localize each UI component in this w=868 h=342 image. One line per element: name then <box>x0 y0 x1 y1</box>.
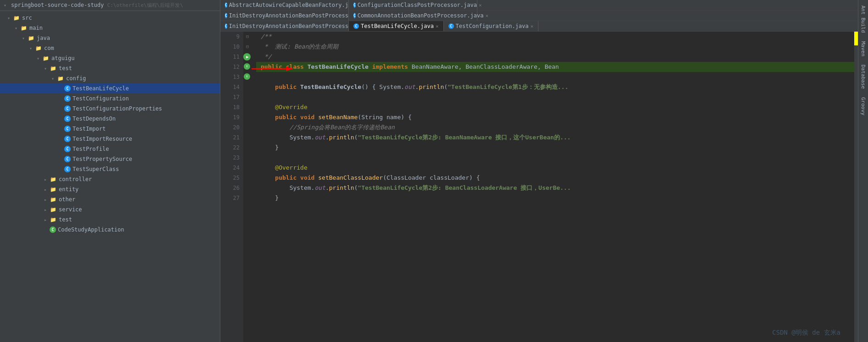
tree-item-testpropertysource[interactable]: C TestPropertySource <box>0 154 220 164</box>
tree-item-testimportresource[interactable]: C TestImportResource <box>0 134 220 144</box>
tab-commonannotation-close[interactable]: × <box>485 13 488 19</box>
tab-configpostprocessor-icon: C <box>353 2 356 8</box>
str-26: "TestBeanLifeCycle第2步: BeanClassLoaderAw… <box>358 183 571 193</box>
tree-item-atguigu[interactable]: 📁 atguigu <box>0 53 220 63</box>
testconfigurationproperties-label: TestConfigurationProperties <box>73 105 162 112</box>
project-arrow[interactable] <box>4 3 8 8</box>
code-line-17 <box>256 92 854 102</box>
scroll-thumb <box>854 32 858 45</box>
tree-item-service[interactable]: 📁 service <box>0 204 220 215</box>
tree-item-com[interactable]: 📁 com <box>0 43 220 53</box>
code-line-18: @Override <box>256 102 854 112</box>
main-folder-icon: 📁 <box>20 24 28 32</box>
tab-abstractautowire-icon: C <box>225 2 227 8</box>
tab-initdestroyclass[interactable]: C InitDestroyAnnotationBeanPostProcessor… <box>220 21 349 31</box>
setbeanname-method: setBeanName <box>318 112 358 122</box>
tree-item-testimport[interactable]: C TestImport <box>0 124 220 134</box>
fold-9[interactable]: ⊟ <box>243 32 252 42</box>
testconfiguration-icon: C <box>64 95 71 102</box>
testdependson-label: TestDependsOn <box>73 116 116 122</box>
tree-item-src[interactable]: 📁 src <box>0 13 220 23</box>
service-folder-icon: 📁 <box>50 206 57 213</box>
test2-folder-icon: 📁 <box>50 216 57 223</box>
tab-initdestroy[interactable]: C InitDestroyAnnotationBeanPostProcessor… <box>220 11 349 21</box>
testbeanlifecycle-icon: C <box>64 85 71 92</box>
tab-commonannotation[interactable]: C CommonAnnotationBeanPostProcessor.java… <box>349 11 477 21</box>
database-tab[interactable]: Database <box>859 61 867 93</box>
controller-folder-icon: 📁 <box>50 176 57 183</box>
tree-item-java[interactable]: 📁 java <box>0 33 220 43</box>
right-panel: Ant Build Maven Database Groovy <box>858 0 868 342</box>
testpropertysource-label: TestPropertySource <box>73 156 132 162</box>
tree-item-testprofile[interactable]: C TestProfile <box>0 144 220 154</box>
project-header: springboot-source-code-study C:\otherfil… <box>0 0 220 11</box>
service-arrow <box>44 207 49 212</box>
watermark: CSDN @明侯 de 玄米a <box>772 327 840 337</box>
scroll-indicator[interactable] <box>854 32 858 342</box>
tree-item-testconfigurationproperties[interactable]: C TestConfigurationProperties <box>0 104 220 114</box>
project-title: springboot-source-code-study C:\otherfil… <box>11 2 183 9</box>
tab-testconfiguration-close[interactable]: × <box>531 23 534 29</box>
tree-item-testdependson[interactable]: C TestDependsOn <box>0 114 220 124</box>
code-line-24: @Override <box>256 163 854 173</box>
ant-build-tab[interactable]: Ant Build <box>859 2 867 37</box>
tab-row-2: C InitDestroyAnnotationBeanPostProcessor… <box>220 11 858 21</box>
tree-item-test2[interactable]: 📁 test <box>0 215 220 225</box>
testbeanlifecycle-label: TestBeanLifeCycle <box>73 85 129 92</box>
tree-item-test-folder[interactable]: 📁 test <box>0 63 220 73</box>
tab-configpostprocessor-close[interactable]: × <box>479 2 482 8</box>
override-ann-24: @Override <box>275 163 307 173</box>
src-label: src <box>22 15 32 21</box>
atguigu-label: atguigu <box>51 55 75 61</box>
run-icon-12[interactable]: ▶ <box>243 53 251 61</box>
testsuperclass-label: TestSuperClass <box>73 166 119 172</box>
code-line-19: public void setBeanName ( String name) { <box>256 112 854 122</box>
tab-testbeanlifecycle-close[interactable]: × <box>436 23 439 29</box>
tree-item-testconfiguration[interactable]: C TestConfiguration <box>0 94 220 104</box>
println-method: println <box>419 82 444 92</box>
code-line-23 <box>256 153 854 163</box>
java-label: java <box>37 35 50 41</box>
tab-initdestroyclass-icon: C <box>225 23 227 29</box>
fold-11[interactable]: ⊟ <box>243 42 252 52</box>
code-line-26: System. out . println ( "TestBeanLifeCyc… <box>256 183 854 193</box>
tree-item-config[interactable]: 📁 config <box>0 73 220 83</box>
test2-arrow <box>44 217 49 222</box>
kw-void25: void <box>300 173 314 183</box>
code-line-9: /** <box>256 32 854 42</box>
tree-item-other[interactable]: 📁 other <box>0 194 220 204</box>
str-21: "TestBeanLifeCycle第2步: BeanNameAware 接口，… <box>358 132 571 143</box>
maven-tab[interactable]: Maven <box>859 38 867 60</box>
tab-testconfiguration[interactable]: C TestConfiguration.java × <box>444 21 539 31</box>
tree-item-controller[interactable]: 📁 controller <box>0 174 220 184</box>
testimport-icon: C <box>64 126 71 132</box>
controller-label: controller <box>59 176 92 182</box>
override-icon-19: ↑ <box>244 63 250 70</box>
interface2: BeanClassLoaderAware, <box>465 62 541 72</box>
tree-item-entity[interactable]: 📁 entity <box>0 184 220 194</box>
tab-testbeanlifecycle[interactable]: C TestBeanLifeCycle.java × <box>349 21 444 31</box>
kw-class: class <box>286 62 304 72</box>
tree-item-main[interactable]: 📁 main <box>0 23 220 33</box>
tab-configurationclasspostprocessor[interactable]: C ConfigurationClassPostProcessor.java × <box>349 0 477 10</box>
testsuperclass-icon: C <box>64 166 71 172</box>
controller-arrow <box>44 177 49 182</box>
tree-item-testbeanlifecycle[interactable]: C TestBeanLifeCycle <box>0 83 220 94</box>
testprofile-icon: C <box>64 146 71 152</box>
system-26: System. <box>290 183 315 193</box>
groovy-tab[interactable]: Groovy <box>859 94 867 119</box>
codestudyapplication-label: CodeStudyApplication <box>58 226 124 233</box>
tab-abstractautowire[interactable]: C AbstractAutowireCapableBeanFactory.jav… <box>220 0 349 10</box>
testimport-label: TestImport <box>73 126 106 132</box>
code-content[interactable]: /** * 测试: Bean的生命周期 */ public class Test… <box>252 32 854 342</box>
code-wrapper: 9 10 11 12 13 14 17 18 19 20 21 22 23 24… <box>220 32 858 342</box>
interface1: BeanNameAware, <box>412 62 462 72</box>
tree-item-testsuperclass[interactable]: C TestSuperClass <box>0 164 220 174</box>
code-line-21: System. out . println ( "TestBeanLifeCyc… <box>256 132 854 143</box>
code-line-27: } <box>256 193 854 203</box>
code-9-content: /** <box>261 32 271 42</box>
testdependson-icon: C <box>64 116 71 122</box>
code-line-11: */ <box>256 52 854 62</box>
tree-item-codestudyapplication[interactable]: C CodeStudyApplication <box>0 225 220 235</box>
com-arrow <box>29 46 34 51</box>
